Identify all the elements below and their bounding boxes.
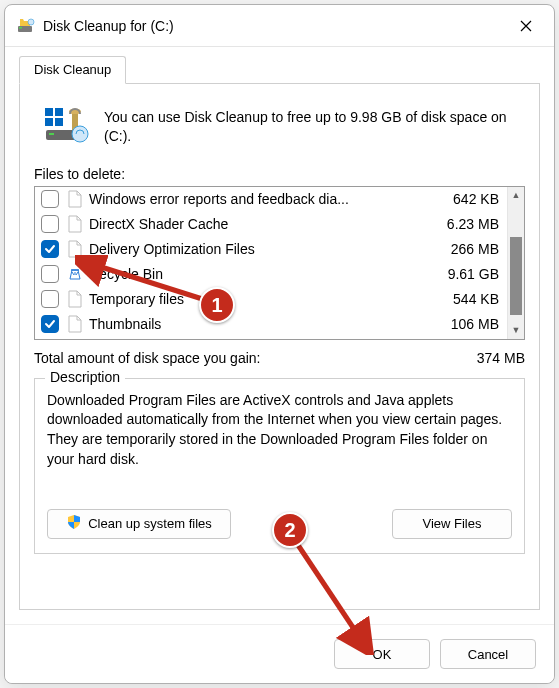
- checkbox[interactable]: [41, 240, 59, 258]
- checkbox[interactable]: [41, 290, 59, 308]
- checkbox[interactable]: [41, 265, 59, 283]
- view-files-button[interactable]: View Files: [392, 509, 512, 539]
- file-icon: [67, 289, 83, 309]
- list-item-size: 544 KB: [429, 291, 499, 307]
- uac-shield-icon: [66, 514, 82, 533]
- svg-rect-5: [45, 118, 53, 126]
- description-legend: Description: [45, 369, 125, 385]
- svg-rect-1: [19, 27, 22, 29]
- svg-rect-8: [49, 133, 54, 135]
- list-item[interactable]: Recycle Bin9.61 GB: [35, 262, 507, 287]
- total-row: Total amount of disk space you gain: 374…: [34, 350, 525, 366]
- checkbox[interactable]: [41, 190, 59, 208]
- tab-disk-cleanup[interactable]: Disk Cleanup: [19, 56, 126, 84]
- clean-system-files-button[interactable]: Clean up system files: [47, 509, 231, 539]
- list-item-size: 106 MB: [429, 316, 499, 332]
- checkbox[interactable]: [41, 315, 59, 333]
- cancel-button[interactable]: Cancel: [440, 639, 536, 669]
- file-icon: [67, 314, 83, 334]
- intro-row: You can use Disk Cleanup to free up to 9…: [42, 104, 525, 146]
- vertical-scrollbar[interactable]: ▲ ▼: [507, 187, 524, 339]
- ok-label: OK: [373, 647, 392, 662]
- list-item-size: 6.23 MB: [429, 216, 499, 232]
- files-listbox: Windows error reports and feedback dia..…: [34, 186, 525, 340]
- list-item[interactable]: Delivery Optimization Files266 MB: [35, 237, 507, 262]
- description-text: Downloaded Program Files are ActiveX con…: [47, 391, 512, 491]
- svg-rect-6: [55, 118, 63, 126]
- ok-button[interactable]: OK: [334, 639, 430, 669]
- titlebar: Disk Cleanup for (C:): [5, 5, 554, 47]
- cancel-label: Cancel: [468, 647, 508, 662]
- svg-rect-0: [18, 26, 32, 32]
- svg-rect-4: [55, 108, 63, 116]
- svg-point-2: [28, 19, 34, 25]
- total-label: Total amount of disk space you gain:: [34, 350, 477, 366]
- annotation-badge-2: 2: [272, 512, 308, 548]
- list-item-name: Delivery Optimization Files: [89, 241, 421, 257]
- file-icon: [67, 189, 83, 209]
- scroll-down-button[interactable]: ▼: [508, 322, 524, 339]
- list-item-size: 642 KB: [429, 191, 499, 207]
- list-item-size: 9.61 GB: [429, 266, 499, 282]
- file-icon: [67, 214, 83, 234]
- list-item-name: Thumbnails: [89, 316, 421, 332]
- clean-system-files-label: Clean up system files: [88, 516, 212, 531]
- view-files-label: View Files: [422, 516, 481, 531]
- list-scroll-area: Windows error reports and feedback dia..…: [35, 187, 507, 339]
- disk-cleanup-window: Disk Cleanup for (C:) Disk Cleanup: [4, 4, 555, 684]
- scroll-thumb[interactable]: [510, 237, 522, 315]
- list-item[interactable]: Temporary files544 KB: [35, 287, 507, 312]
- svg-point-10: [72, 126, 88, 142]
- window-title: Disk Cleanup for (C:): [43, 18, 506, 34]
- drive-cleanup-icon: [17, 17, 35, 35]
- cleanup-drive-icon: [42, 104, 90, 144]
- list-item[interactable]: Thumbnails106 MB: [35, 312, 507, 337]
- total-value: 374 MB: [477, 350, 525, 366]
- tab-strip: Disk Cleanup: [19, 55, 540, 83]
- list-item-name: Windows error reports and feedback dia..…: [89, 191, 421, 207]
- list-item[interactable]: Windows error reports and feedback dia..…: [35, 187, 507, 212]
- annotation-badge-1: 1: [199, 287, 235, 323]
- files-to-delete-label: Files to delete:: [34, 166, 525, 182]
- dialog-footer: OK Cancel: [5, 624, 554, 683]
- scroll-up-button[interactable]: ▲: [508, 187, 524, 204]
- list-item[interactable]: DirectX Shader Cache6.23 MB: [35, 212, 507, 237]
- list-item-name: DirectX Shader Cache: [89, 216, 421, 232]
- svg-rect-3: [45, 108, 53, 116]
- recycle-bin-icon: [67, 264, 83, 284]
- close-button[interactable]: [506, 11, 546, 41]
- list-item-name: Recycle Bin: [89, 266, 421, 282]
- list-item-size: 266 MB: [429, 241, 499, 257]
- intro-text: You can use Disk Cleanup to free up to 9…: [104, 104, 525, 146]
- file-icon: [67, 239, 83, 259]
- list-item-name: Temporary files: [89, 291, 421, 307]
- checkbox[interactable]: [41, 215, 59, 233]
